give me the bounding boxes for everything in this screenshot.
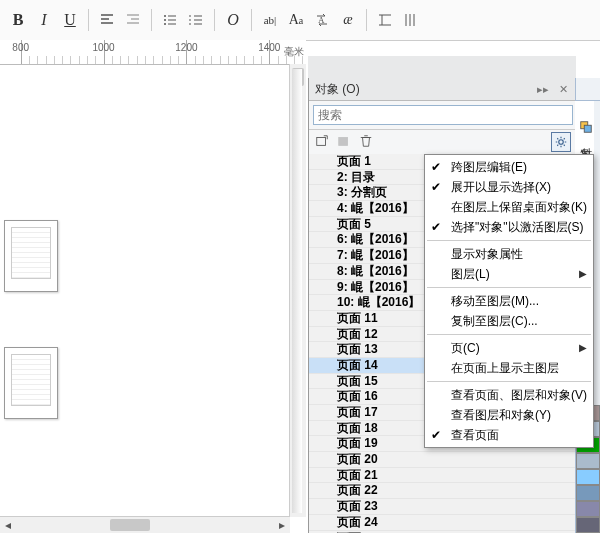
svg-point-2 bbox=[164, 23, 166, 25]
page-thumbnails bbox=[4, 220, 59, 474]
ligature-button[interactable]: æ bbox=[336, 8, 360, 32]
scroll-left-arrow[interactable]: ◂ bbox=[0, 517, 16, 533]
objects-search-input[interactable] bbox=[313, 105, 573, 125]
horizontal-scrollbar[interactable]: ◂ ▸ bbox=[0, 516, 290, 533]
italic-button[interactable]: I bbox=[32, 8, 56, 32]
svg-point-0 bbox=[164, 15, 166, 17]
color-swatch[interactable] bbox=[576, 517, 600, 533]
separator bbox=[88, 9, 89, 31]
menu-layer-submenu[interactable]: 图层(L)▶ bbox=[425, 264, 593, 284]
color-swatch[interactable] bbox=[576, 469, 600, 485]
char-format-button[interactable]: Aa bbox=[284, 8, 308, 32]
objects-icon-row bbox=[309, 130, 577, 155]
objects-panel-header[interactable]: 对象 (O) ▸▸ ✕ bbox=[309, 78, 577, 101]
page-list-item[interactable]: 页面 24 bbox=[309, 515, 577, 531]
menu-select-object-activate-layer[interactable]: ✔选择"对象"以激活图层(S) bbox=[425, 217, 593, 237]
page-list-item[interactable]: 页面 20 bbox=[309, 452, 577, 468]
page-list-item[interactable]: 页面 22 bbox=[309, 483, 577, 499]
svg-point-1 bbox=[164, 19, 166, 21]
page-thumbnail[interactable] bbox=[4, 347, 58, 419]
menu-separator bbox=[427, 334, 591, 335]
scroll-right-arrow[interactable]: ▸ bbox=[274, 517, 290, 533]
ruler-button[interactable] bbox=[373, 8, 397, 32]
scroll-thumb[interactable] bbox=[110, 519, 150, 531]
svg-rect-4 bbox=[317, 137, 326, 145]
horizontal-ruler[interactable]: 毫米 800100012001400 bbox=[0, 40, 306, 65]
tab-objects[interactable]: 对象 bbox=[575, 101, 594, 157]
options-context-menu: ✔跨图层编辑(E) ✔展开以显示选择(X) 在图层上保留桌面对象(K) ✔选择"… bbox=[424, 154, 594, 448]
delete-layer-icon[interactable] bbox=[359, 134, 373, 151]
page-thumbnail[interactable] bbox=[4, 220, 58, 292]
menu-view-layer-obj[interactable]: 查看图层和对象(Y) bbox=[425, 405, 593, 425]
menu-copy-to-layer[interactable]: 复制至图层(C)... bbox=[425, 311, 593, 331]
menu-move-to-layer[interactable]: 移动至图层(M)... bbox=[425, 291, 593, 311]
underline-button[interactable]: U bbox=[58, 8, 82, 32]
menu-separator bbox=[427, 287, 591, 288]
bold-button[interactable]: B bbox=[6, 8, 30, 32]
menu-keep-desktop-on-layer[interactable]: 在图层上保留桌面对象(K) bbox=[425, 197, 593, 217]
bullet-list-button[interactable] bbox=[158, 8, 182, 32]
new-layer-icon[interactable] bbox=[315, 134, 329, 151]
separator bbox=[151, 9, 152, 31]
menu-edit-across-layers[interactable]: ✔跨图层编辑(E) bbox=[425, 157, 593, 177]
panel-collapse-button[interactable]: ▸▸ bbox=[535, 81, 551, 97]
page-edge bbox=[292, 69, 302, 513]
submenu-arrow-icon: ▶ bbox=[579, 342, 587, 353]
text-direction-button[interactable]: A bbox=[310, 8, 334, 32]
panel-close-button[interactable]: ✕ bbox=[555, 81, 571, 97]
objects-search-row bbox=[309, 101, 577, 130]
check-icon: ✔ bbox=[431, 220, 441, 234]
new-master-layer-icon[interactable] bbox=[337, 134, 351, 151]
svg-rect-8 bbox=[584, 125, 591, 132]
options-gear-button[interactable] bbox=[551, 132, 571, 152]
separator bbox=[214, 9, 215, 31]
check-icon: ✔ bbox=[431, 180, 441, 194]
objects-panel-title: 对象 (O) bbox=[315, 81, 360, 98]
menu-show-master-on-page[interactable]: 在页面上显示主图层 bbox=[425, 358, 593, 378]
align-button[interactable] bbox=[95, 8, 119, 32]
svg-rect-5 bbox=[339, 137, 348, 145]
format-toolbar: B I U O ab| Aa A æ bbox=[0, 0, 600, 41]
canvas-area: 毫米 800100012001400 ◂ ▸ bbox=[0, 40, 306, 533]
color-swatch[interactable] bbox=[576, 485, 600, 501]
menu-separator bbox=[427, 240, 591, 241]
separator bbox=[251, 9, 252, 31]
check-icon: ✔ bbox=[431, 160, 441, 174]
menu-show-obj-props[interactable]: 显示对象属性 bbox=[425, 244, 593, 264]
svg-text:A: A bbox=[318, 15, 325, 25]
hint-bar bbox=[308, 56, 576, 79]
color-swatch[interactable] bbox=[576, 453, 600, 469]
color-swatch[interactable] bbox=[576, 501, 600, 517]
page-list-item[interactable]: 页面 21 bbox=[309, 468, 577, 484]
columns-button[interactable] bbox=[399, 8, 423, 32]
svg-point-6 bbox=[559, 140, 564, 145]
indent-button[interactable] bbox=[121, 8, 145, 32]
separator bbox=[366, 9, 367, 31]
dropcap-button[interactable]: O bbox=[221, 8, 245, 32]
menu-page-submenu[interactable]: 页(C)▶ bbox=[425, 338, 593, 358]
number-list-button[interactable] bbox=[184, 8, 208, 32]
menu-view-page-layer-obj[interactable]: 查看页面、图层和对象(V) bbox=[425, 385, 593, 405]
check-icon: ✔ bbox=[431, 428, 441, 442]
menu-separator bbox=[427, 381, 591, 382]
insert-char-button[interactable]: ab| bbox=[258, 8, 282, 32]
menu-view-page[interactable]: ✔查看页面 bbox=[425, 425, 593, 445]
submenu-arrow-icon: ▶ bbox=[579, 268, 587, 279]
menu-expand-show-selection[interactable]: ✔展开以显示选择(X) bbox=[425, 177, 593, 197]
page-list-item[interactable]: 页面 23 bbox=[309, 499, 577, 515]
